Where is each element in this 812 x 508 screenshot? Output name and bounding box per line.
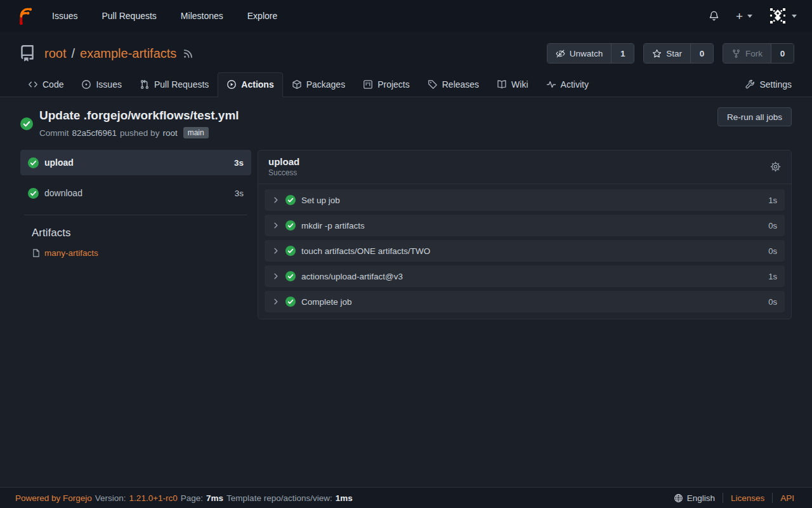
star-button-group: Star 0 xyxy=(643,43,714,64)
tab-settings[interactable]: Settings xyxy=(736,72,801,97)
commit-sha-link[interactable]: 82a5cf6961 xyxy=(72,128,117,138)
commit-author-link[interactable]: root xyxy=(162,128,177,138)
tab-actions[interactable]: Actions xyxy=(218,72,282,97)
step-name: mkdir -p artifacts xyxy=(301,221,365,231)
run-title: Update .forgejo/workflows/test.yml xyxy=(39,107,239,124)
job-item-upload[interactable]: upload 3s xyxy=(20,150,251,175)
tab-label: Pull Requests xyxy=(154,79,209,90)
job-detail-name: upload xyxy=(268,156,299,167)
language-selector[interactable]: English xyxy=(674,493,715,503)
version-label: Version: xyxy=(95,493,126,503)
nav-link-milestones[interactable]: Milestones xyxy=(181,11,223,21)
forgejo-logo-icon[interactable] xyxy=(15,6,34,25)
rss-icon[interactable] xyxy=(183,48,193,59)
tab-label: Actions xyxy=(241,79,273,90)
chevron-down-icon xyxy=(747,15,752,18)
pushed-by-label: pushed by xyxy=(120,128,159,138)
tab-issues[interactable]: Issues xyxy=(72,72,130,97)
version-link[interactable]: 1.21.0+1-rc0 xyxy=(129,493,178,503)
step-duration: 1s xyxy=(768,272,777,281)
nav-link-issues[interactable]: Issues xyxy=(52,11,77,21)
nav-link-pull-requests[interactable]: Pull Requests xyxy=(102,11,156,21)
play-circle-icon xyxy=(226,79,237,90)
eye-off-icon xyxy=(556,49,565,58)
fork-label: Fork xyxy=(745,49,763,58)
star-button[interactable]: Star xyxy=(644,44,690,63)
chevron-right-icon xyxy=(272,247,280,255)
commit-label: Commit xyxy=(39,128,69,138)
tab-label: Issues xyxy=(96,79,121,90)
success-check-icon xyxy=(285,297,296,307)
success-check-icon xyxy=(285,271,296,281)
create-new-dropdown[interactable]: + xyxy=(736,10,752,22)
artifact-download-link[interactable]: many-artifacts xyxy=(44,248,98,258)
repo-owner-link[interactable]: root xyxy=(44,46,66,61)
page-footer: Powered by Forgejo Version: 1.21.0+1-rc0… xyxy=(0,487,812,508)
unwatch-button[interactable]: Unwatch xyxy=(547,44,612,63)
step-duration: 0s xyxy=(768,246,777,256)
job-item-download[interactable]: download 3s xyxy=(20,180,251,206)
powered-by-link[interactable]: Powered by Forgejo xyxy=(15,493,92,503)
branch-badge[interactable]: main xyxy=(183,127,209,138)
tab-code[interactable]: Code xyxy=(19,72,72,97)
tab-projects[interactable]: Projects xyxy=(354,72,419,97)
repo-header-section: root / example-artifacts xyxy=(0,32,812,97)
book-icon xyxy=(497,79,507,90)
stars-count[interactable]: 0 xyxy=(690,44,713,63)
star-label: Star xyxy=(666,49,682,58)
tab-releases[interactable]: Releases xyxy=(419,72,488,97)
tab-label: Releases xyxy=(442,79,479,90)
page-time-value: 7ms xyxy=(206,493,223,503)
code-icon xyxy=(28,79,38,90)
step-row-touch[interactable]: touch artifacts/ONE artifacts/TWO 0s xyxy=(265,240,785,262)
package-icon xyxy=(292,79,302,90)
project-board-icon xyxy=(363,79,373,90)
forks-count[interactable]: 0 xyxy=(771,44,794,63)
step-row-complete-job[interactable]: Complete job 0s xyxy=(265,291,785,312)
watch-button-group: Unwatch 1 xyxy=(547,43,635,64)
tab-pull-requests[interactable]: Pull Requests xyxy=(131,72,218,97)
artifact-item[interactable]: many-artifacts xyxy=(32,248,251,258)
chevron-right-icon xyxy=(272,222,280,229)
step-row-set-up-job[interactable]: Set up job 1s xyxy=(265,189,785,211)
tab-label: Code xyxy=(43,79,63,90)
tab-wiki[interactable]: Wiki xyxy=(488,72,537,97)
step-duration: 1s xyxy=(768,196,777,205)
notifications-bell-icon[interactable] xyxy=(709,10,719,22)
fork-button[interactable]: Fork xyxy=(723,44,771,63)
top-navbar: Issues Pull Requests Milestones Explore … xyxy=(0,0,812,32)
jobs-sidebar: upload 3s download 3s Artifacts many-art… xyxy=(20,150,251,258)
tab-label: Activity xyxy=(561,79,589,90)
repo-name-link[interactable]: example-artifacts xyxy=(80,46,176,61)
watchers-count[interactable]: 1 xyxy=(611,44,634,63)
gear-icon[interactable] xyxy=(770,161,781,172)
globe-icon xyxy=(674,493,683,503)
page-time-label: Page: xyxy=(181,493,203,503)
run-commit-line: Commit 82a5cf6961 pushed by root main xyxy=(39,127,239,138)
job-steps-list: Set up job 1s mkdir -p artifacts 0s xyxy=(258,184,791,319)
rerun-all-jobs-button[interactable]: Re-run all jobs xyxy=(717,107,792,126)
tab-label: Packages xyxy=(306,79,345,90)
step-row-upload-artifact[interactable]: actions/upload-artifact@v3 1s xyxy=(265,265,785,287)
licenses-link[interactable]: Licenses xyxy=(731,493,764,503)
step-row-mkdir[interactable]: mkdir -p artifacts 0s xyxy=(265,215,785,236)
unwatch-label: Unwatch xyxy=(570,49,603,58)
job-detail-panel: upload Success xyxy=(258,150,792,319)
fork-icon xyxy=(731,49,741,58)
tab-label: Settings xyxy=(759,79,792,90)
template-time-value: 1ms xyxy=(336,493,353,503)
template-time-label: Template repo/actions/view: xyxy=(226,493,332,503)
tab-activity[interactable]: Activity xyxy=(537,72,598,97)
success-check-icon xyxy=(285,220,296,231)
success-check-icon xyxy=(28,157,39,168)
chevron-right-icon xyxy=(272,272,280,280)
footer-divider xyxy=(772,493,773,503)
plus-icon: + xyxy=(736,10,743,22)
user-menu-dropdown[interactable] xyxy=(769,7,797,25)
api-link[interactable]: API xyxy=(780,493,794,503)
job-name: upload xyxy=(44,157,74,168)
tab-label: Wiki xyxy=(511,79,528,90)
tab-packages[interactable]: Packages xyxy=(283,72,354,97)
nav-link-explore[interactable]: Explore xyxy=(247,11,277,21)
pulse-icon xyxy=(546,79,556,90)
